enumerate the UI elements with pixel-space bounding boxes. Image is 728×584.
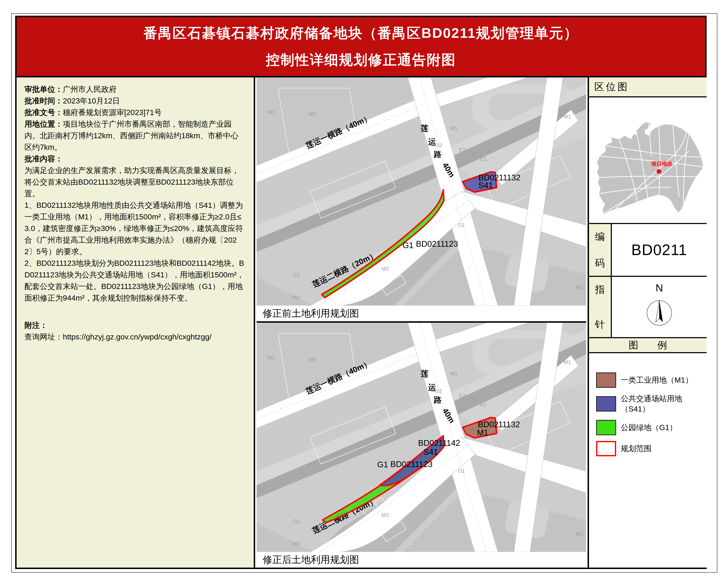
compass-label-char: 针	[595, 318, 605, 331]
parcel-BD0211132-use: M1	[477, 428, 488, 437]
info-line: 批准时间：2023年10月12日	[24, 95, 246, 107]
map-after-caption: 修正后土地利用规划图	[257, 552, 586, 567]
approval-info-panel: 审批单位：广州市人民政府批准时间：2023年10月12日批准文号：穗府番规划资源…	[17, 77, 255, 567]
zone-label-G2: G2	[435, 142, 442, 148]
legend-title: 图 例	[589, 337, 707, 353]
zone-label-G1: G1	[458, 222, 465, 228]
zone-label-E1: E1	[480, 401, 487, 407]
zone-label-G1: G1	[458, 468, 465, 474]
district-outline-map: 项目地块	[589, 98, 707, 223]
info-line: 审批单位：广州市人民政府	[24, 83, 246, 95]
info-line: 附注：	[24, 319, 246, 331]
legend-label: 一类工业用地（M1）	[621, 375, 693, 385]
info-line: 2、BD0211123地块划分为BD0211123地块和BD0211142地块。…	[24, 257, 246, 304]
info-line: 为满足企业的生产发展需求，助力实现番禺区高质量发展目标，将公交首末站由BD021…	[24, 165, 246, 200]
legend: 一类工业用地（M1） 公共交通场站用地（S41） 公园绿地（G1） 规划范围	[589, 353, 707, 456]
legend-label: 规划范围	[621, 444, 651, 454]
north-arrow-icon: N	[639, 281, 680, 333]
compass-label: 指 针	[589, 277, 612, 337]
project-site-dot	[657, 169, 661, 174]
plan-sheet: 番禺区石碁镇石碁村政府储备地块（番禺区BD0211规划管理单元） 控制性详细规划…	[15, 16, 707, 569]
info-line: 用地位置：项目地块位于广州市番禺区南部，智能制造产业园内。北距南村万博约12km…	[24, 118, 246, 153]
info-label: 附注：	[24, 321, 48, 329]
legend-swatch	[596, 396, 616, 412]
compass-row: 指 针 N	[589, 276, 707, 337]
road-label-ns-char: 运	[428, 137, 436, 146]
parcel-BD0211123-use: G1	[377, 460, 388, 469]
info-line: 批准内容：	[24, 153, 246, 165]
zone-label-G1: G1	[293, 272, 300, 278]
landuse-map-after: M1M1M1M1M1M2M2G1G1G2G2E2E1E1U21 莲运一横路（40…	[257, 323, 586, 552]
legend-item: 规划范围	[596, 441, 707, 456]
compass-label-char: 指	[595, 283, 605, 296]
project-site-label: 项目地块	[651, 161, 673, 167]
right-panel: 区位图 项目地块	[588, 77, 707, 567]
zone-label-M2: M2	[382, 512, 389, 518]
zone-label-E2: E2	[459, 393, 466, 398]
road-label-ns-char: 莲	[421, 369, 428, 378]
zone-label-M1: M1	[564, 359, 571, 365]
legend-label: 公共交通场站用地（S41）	[621, 394, 707, 414]
zone-label-G1: G1	[293, 518, 300, 524]
north-letter: N	[655, 282, 663, 294]
info-label: 审批单位：	[24, 85, 63, 94]
landuse-map-before: M1M1M1M1M1M2M2G1G1G2G2E2E1E1U21 莲运一横路（40…	[257, 77, 586, 306]
unit-code: BD0211	[631, 241, 687, 259]
road-label-ns-char: 莲	[421, 124, 428, 133]
zone-label-M1: M1	[564, 114, 571, 120]
info-label: 批准时间：	[24, 97, 63, 105]
legend-swatch	[596, 420, 616, 435]
parcel-BD0211132-code: BD0211132	[478, 420, 520, 429]
zone-label-G2: G2	[470, 397, 477, 402]
map-before-section: M1M1M1M1M1M2M2G1G1G2G2E2E1E1U21 莲运一横路（40…	[257, 77, 586, 323]
parcel-BD0211123-code: BD0211123	[416, 239, 458, 248]
zone-label-M1: M1	[450, 125, 458, 131]
legend-swatch	[596, 441, 616, 456]
zone-label-E1: E1	[459, 160, 466, 166]
info-text: 2023年10月12日	[63, 97, 120, 105]
info-line: 批准文号：穗府番规划资源审[2023]71号	[24, 107, 246, 118]
info-text: 2、BD0211123地块划分为BD0211123地块和BD0211142地块。…	[24, 259, 244, 302]
zone-label-M1: M1	[309, 356, 317, 362]
code-label: 编 码	[589, 224, 612, 276]
road-label-ns-char: 路	[434, 395, 442, 404]
zone-label-G2: G2	[470, 151, 477, 157]
zone-label-G2: G2	[435, 388, 442, 394]
info-text: 查询网址：https://ghzyj.gz.gov.cn/ywpd/cxgh/c…	[24, 333, 211, 341]
info-text: 广州市人民政府	[63, 85, 116, 94]
code-row: 编 码 BD0211	[589, 223, 707, 276]
title-banner: 番禺区石碁镇石碁村政府储备地块（番禺区BD0211规划管理单元） 控制性详细规划…	[17, 17, 705, 77]
map-after-image: M1M1M1M1M1M2M2G1G1G2G2E2E1E1U21 莲运一横路（40…	[257, 323, 586, 552]
zone-label-M1: M1	[267, 109, 275, 115]
zone-label-M1: M1	[450, 371, 458, 376]
info-text: 穗府番规划资源审[2023]71号	[63, 108, 162, 117]
zone-label-E1: E1	[480, 156, 487, 162]
legend-swatch	[596, 372, 616, 388]
parcel-BD0211142-code: BD0211142	[418, 438, 460, 448]
zone-label-M2: M2	[292, 294, 300, 300]
zone-label-M1: M1	[576, 531, 583, 537]
info-label: 批准内容：	[24, 155, 63, 163]
legend-item: 公园绿地（G1）	[596, 420, 707, 435]
legend-label: 公园绿地（G1）	[621, 422, 677, 433]
legend-item: 公共交通场站用地（S41）	[596, 394, 707, 414]
zone-label-M2: M2	[382, 266, 389, 272]
district-shape	[597, 122, 703, 214]
page-title-line1: 番禺区石碁镇石碁村政府储备地块（番禺区BD0211规划管理单元）	[17, 20, 705, 46]
road-label-ns-char: 路	[434, 150, 442, 159]
zone-label-E2: E2	[459, 147, 466, 153]
code-label-char: 码	[595, 257, 605, 270]
zone-label-M1: M1	[576, 285, 583, 290]
zone-label-E1: E1	[459, 406, 466, 412]
info-line: 1、BD0211132地块用地性质由公共交通场站用地（S41）调整为一类工业用地…	[24, 200, 246, 257]
parcel-BD0211123-use: G1	[402, 241, 413, 250]
legend-item: 一类工业用地（M1）	[596, 372, 707, 388]
location-map: 项目地块	[589, 98, 707, 223]
page-title-line2: 控制性详细规划修正通告附图	[17, 46, 705, 73]
map-column: M1M1M1M1M1M2M2G1G1G2G2E2E1E1U21 莲运一横路（40…	[257, 77, 586, 567]
location-map-title: 区位图	[589, 77, 707, 98]
road-label-ns-char: 运	[428, 383, 436, 392]
map-before-image: M1M1M1M1M1M2M2G1G1G2G2E2E1E1U21 莲运一横路（40…	[257, 77, 586, 306]
parcel-BD0211132-use: S41	[478, 181, 493, 190]
zone-label-M1: M1	[267, 354, 275, 361]
